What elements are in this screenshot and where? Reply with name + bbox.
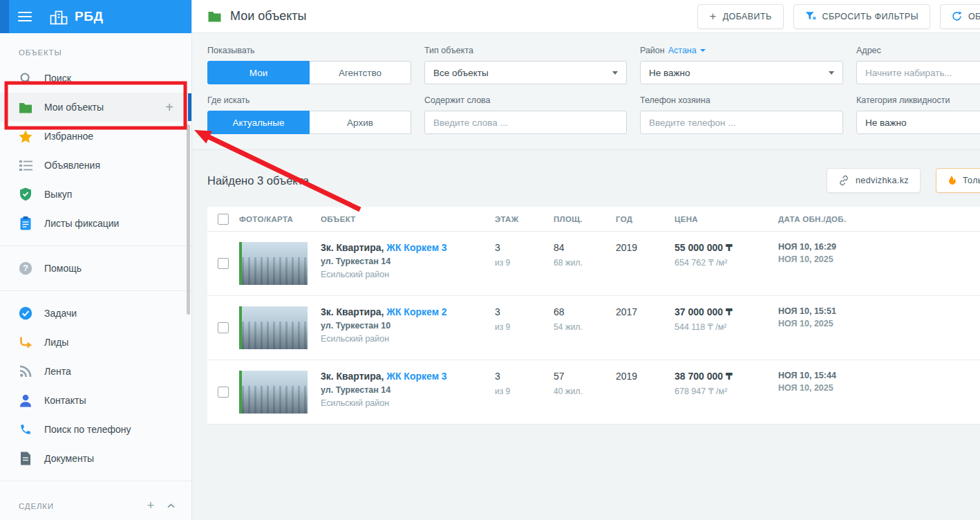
sidebar-section-objects: ОБЪЕКТЫ bbox=[0, 33, 191, 64]
chevron-down-icon[interactable] bbox=[700, 49, 706, 52]
address-input[interactable] bbox=[856, 61, 980, 84]
liquidity-label: Категория ликвидности bbox=[856, 95, 980, 105]
owner-phone-input[interactable] bbox=[640, 111, 843, 134]
district-select[interactable]: Не важно bbox=[640, 61, 843, 84]
sidebar-item-tasks[interactable]: Задачи bbox=[0, 299, 191, 328]
complex-link[interactable]: ЖК Коркем 2 bbox=[386, 306, 446, 317]
sidebar-header: РБД bbox=[0, 0, 191, 33]
logo-text: РБД bbox=[75, 9, 104, 24]
filter-show: Показывать Мои Агентство bbox=[207, 46, 411, 84]
sidebar-item-favorites[interactable]: Избранное bbox=[0, 122, 191, 151]
site-link-button[interactable]: nedvizhka.kz bbox=[827, 168, 921, 193]
show-option-agency[interactable]: Агентство bbox=[310, 61, 411, 84]
year-value: 2017 bbox=[616, 306, 670, 317]
sidebar-section-deals[interactable]: СДЕЛКИ + bbox=[0, 489, 191, 520]
floor-value: 3 bbox=[495, 242, 549, 253]
add-button[interactable]: + ДОБАВИТЬ bbox=[697, 4, 783, 29]
sidebar-item-phone-search[interactable]: Поиск по телефону bbox=[0, 415, 191, 444]
sidebar-scrollbar[interactable] bbox=[187, 124, 190, 315]
date-updated: НОЯ 10, 15:44 bbox=[778, 371, 976, 380]
price-per-m2: 654 762 ₸ /м² bbox=[675, 257, 774, 268]
scope-option-actual[interactable]: Актуальные bbox=[207, 111, 310, 134]
col-photo: ФОТО/КАРТА bbox=[239, 215, 321, 223]
divider bbox=[0, 245, 191, 246]
results-bar: Найдено 3 объекта nedvizhka.kz Тольк bbox=[192, 150, 980, 207]
shield-icon bbox=[19, 187, 32, 201]
sidebar-item-contacts[interactable]: Контакты bbox=[0, 386, 191, 415]
sidebar-item-feed[interactable]: Лента bbox=[0, 357, 191, 386]
reset-filters-button[interactable]: СБРОСИТЬ ФИЛЬТРЫ bbox=[793, 4, 930, 29]
sidebar-item-listings[interactable]: Объявления bbox=[0, 151, 191, 180]
flame-icon bbox=[948, 175, 957, 187]
menu-icon[interactable] bbox=[18, 9, 32, 24]
filter-address: Адрес bbox=[856, 46, 980, 84]
area-living: 40 жил. bbox=[554, 387, 612, 396]
liquidity-select[interactable]: Не важно bbox=[856, 111, 980, 134]
object-photo[interactable] bbox=[239, 242, 308, 285]
person-icon bbox=[19, 393, 32, 407]
active-item-indicator bbox=[188, 93, 191, 121]
address-label: Адрес bbox=[856, 46, 980, 55]
sidebar-item-leads[interactable]: Лиды bbox=[0, 328, 191, 357]
only-hot-button[interactable]: Тольк bbox=[936, 168, 980, 193]
phone-icon bbox=[19, 423, 32, 436]
city-selector[interactable]: Астана bbox=[668, 46, 697, 55]
filter-scope: Где искать Актуальные Архив bbox=[207, 95, 411, 134]
chevron-up-icon[interactable] bbox=[167, 503, 175, 508]
sidebar-item-help[interactable]: ? Помощь bbox=[0, 254, 191, 283]
object-type-text: 3к. Квартира, bbox=[321, 242, 384, 253]
liquidity-value: Не важно bbox=[865, 118, 907, 128]
object-type-select[interactable]: Все объекты bbox=[424, 61, 627, 84]
sidebar-item-my-objects[interactable]: Мои объекты + bbox=[0, 93, 191, 122]
area-value: 68 bbox=[554, 306, 612, 317]
scope-option-archive[interactable]: Архив bbox=[310, 111, 411, 134]
object-type-text: 3к. Квартира, bbox=[321, 371, 384, 382]
show-toggle: Мои Агентство bbox=[207, 61, 411, 84]
curved-arrow-icon bbox=[19, 335, 32, 349]
floor-total: из 9 bbox=[495, 387, 549, 396]
complex-link[interactable]: ЖК Коркем 3 bbox=[386, 242, 446, 253]
select-all-checkbox[interactable] bbox=[218, 214, 229, 225]
list-icon bbox=[19, 158, 32, 172]
sidebar-item-label: Документы bbox=[44, 453, 94, 464]
add-object-button[interactable]: + bbox=[165, 100, 173, 114]
sidebar-item-label: Выкуп bbox=[44, 189, 72, 200]
sidebar-item-fixation-sheets[interactable]: Листы фиксации bbox=[0, 209, 191, 238]
objects-table: ФОТО/КАРТА ОБЪЕКТ ЭТАЖ ПЛОЩ. ГОД ЦЕНА ДА… bbox=[207, 207, 980, 425]
price-value: 38 700 000 ₸ bbox=[675, 371, 774, 382]
sidebar-item-label: Объявления bbox=[44, 160, 100, 171]
sidebar-item-search[interactable]: Поиск bbox=[0, 64, 191, 93]
svg-text:?: ? bbox=[23, 263, 28, 273]
logo-buildings-icon bbox=[50, 9, 68, 25]
table-row[interactable]: 3к. Квартира, ЖК Коркем 2 ул. Туркестан … bbox=[207, 296, 980, 360]
table-row[interactable]: 3к. Квартира, ЖК Коркем 3 ул. Туркестан … bbox=[207, 360, 980, 425]
area-value: 84 bbox=[554, 242, 612, 253]
row-checkbox[interactable] bbox=[218, 387, 229, 398]
sidebar-item-label: Поиск по телефону bbox=[44, 424, 131, 435]
table-row[interactable]: 3к. Квартира, ЖК Коркем 3 ул. Туркестан … bbox=[207, 232, 980, 296]
object-photo[interactable] bbox=[239, 371, 308, 414]
object-address: ул. Туркестан 14 bbox=[321, 257, 491, 266]
plus-icon: + bbox=[709, 10, 716, 22]
add-deal-button[interactable]: + bbox=[147, 499, 155, 513]
date-added: НОЯ 10, 2025 bbox=[778, 319, 976, 328]
results-count: Найдено 3 объекта bbox=[207, 174, 309, 187]
check-circle-icon bbox=[19, 306, 32, 320]
row-checkbox[interactable] bbox=[218, 322, 229, 333]
object-district: Есильский район bbox=[321, 398, 491, 408]
row-checkbox[interactable] bbox=[218, 258, 229, 269]
page-title: Мои объекты bbox=[230, 9, 307, 24]
help-icon: ? bbox=[19, 261, 32, 275]
object-type-text: 3к. Квартира, bbox=[321, 306, 384, 317]
filter-liquidity: Категория ликвидности Не важно bbox=[856, 95, 980, 134]
sidebar-item-buyout[interactable]: Выкуп bbox=[0, 180, 191, 209]
complex-link[interactable]: ЖК Коркем 3 bbox=[386, 371, 446, 382]
show-option-mine[interactable]: Мои bbox=[207, 61, 310, 84]
refresh-button[interactable]: ОБ bbox=[940, 4, 980, 29]
words-input[interactable] bbox=[424, 111, 627, 134]
sidebar-item-documents[interactable]: Документы bbox=[0, 444, 191, 473]
reset-filters-label: СБРОСИТЬ ФИЛЬТРЫ bbox=[822, 12, 918, 21]
object-photo[interactable] bbox=[239, 306, 308, 349]
year-value: 2019 bbox=[616, 242, 670, 253]
date-added: НОЯ 10, 2025 bbox=[778, 383, 976, 393]
